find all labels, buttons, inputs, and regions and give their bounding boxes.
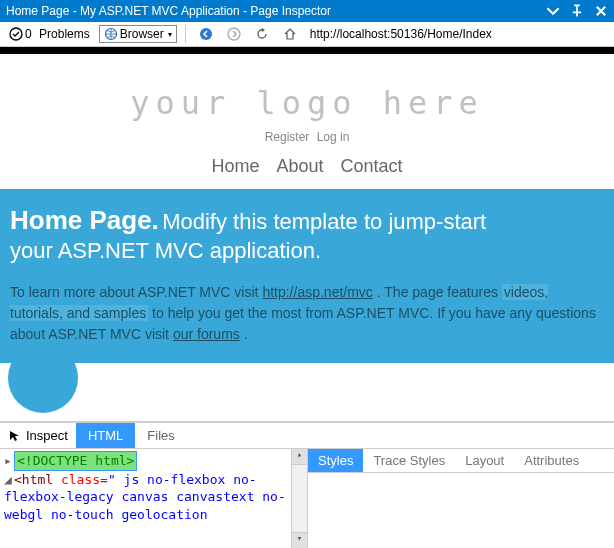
class-attr: class= <box>53 472 108 487</box>
svg-point-2 <box>200 28 212 40</box>
window-dropdown-icon[interactable] <box>546 4 560 18</box>
tab-styles[interactable]: Styles <box>308 449 363 472</box>
mvc-link[interactable]: http://asp.net/mvc <box>262 284 373 300</box>
nav-forward-button[interactable] <box>222 25 246 43</box>
doctype-node[interactable]: <!DOCTYPE html> <box>14 451 137 471</box>
inspector-panel: Inspect HTML Files ▸<!DOCTYPE html> ◢<ht… <box>0 421 614 548</box>
tab-layout[interactable]: Layout <box>455 449 514 472</box>
toolbar: 0 Problems Browser ▾ http://localhost:50… <box>0 22 614 47</box>
desc-text: . <box>240 326 248 342</box>
browser-viewport: your logo here Register Log in Home Abou… <box>0 47 614 421</box>
problems-label: Problems <box>39 27 90 41</box>
hero-title: Home Page. <box>10 205 159 235</box>
panel-tabs: Inspect HTML Files <box>0 423 614 449</box>
main-nav: Home About Contact <box>0 156 614 177</box>
expand-icon[interactable]: ▸ <box>4 452 14 470</box>
register-link[interactable]: Register <box>265 130 310 144</box>
desc-text: To learn more about ASP.NET MVC visit <box>10 284 262 300</box>
tab-html[interactable]: HTML <box>76 423 135 448</box>
inspect-label: Inspect <box>26 428 68 443</box>
toolbar-separator <box>185 25 186 43</box>
check-icon <box>9 27 23 41</box>
right-tabs: Styles Trace Styles Layout Attributes <box>308 449 614 473</box>
forward-icon <box>227 27 241 41</box>
globe-icon <box>104 27 118 41</box>
browser-mode-label: Browser <box>120 27 164 41</box>
dropdown-icon: ▾ <box>168 30 172 39</box>
hero-subtitle: Modify this template to jump-start <box>162 209 486 234</box>
inspect-button[interactable]: Inspect <box>0 423 76 448</box>
browser-mode-button[interactable]: Browser ▾ <box>99 25 177 43</box>
nav-back-button[interactable] <box>194 25 218 43</box>
window-pin-icon[interactable] <box>570 4 584 18</box>
hero-description: To learn more about ASP.NET MVC visit ht… <box>10 282 604 345</box>
tab-files[interactable]: Files <box>135 423 186 448</box>
window-titlebar: Home Page - My ASP.NET MVC Application -… <box>0 0 614 22</box>
svg-point-3 <box>228 28 240 40</box>
cursor-icon <box>8 429 22 443</box>
html-source-pane[interactable]: ▸<!DOCTYPE html> ◢<html class=" js no-fl… <box>0 449 307 548</box>
html-tag[interactable]: <html <box>14 472 53 487</box>
home-icon <box>283 27 297 41</box>
desc-text: . The page features <box>373 284 502 300</box>
nav-home-button[interactable] <box>278 25 302 43</box>
forums-link[interactable]: our forums <box>173 326 240 342</box>
problems-count: 0 <box>25 27 32 41</box>
window-title: Home Page - My ASP.NET MVC Application -… <box>6 4 546 18</box>
tab-attributes[interactable]: Attributes <box>514 449 589 472</box>
nav-contact[interactable]: Contact <box>341 156 403 176</box>
logo-placeholder: your logo here <box>0 84 614 122</box>
nav-refresh-button[interactable] <box>250 25 274 43</box>
code-scrollbar[interactable]: ▴ ▾ <box>291 449 307 548</box>
panel-body: ▸<!DOCTYPE html> ◢<html class=" js no-fl… <box>0 449 614 548</box>
tab-trace-styles[interactable]: Trace Styles <box>363 449 455 472</box>
decorative-circle <box>8 343 78 413</box>
window-close-icon[interactable] <box>594 4 608 18</box>
problems-button[interactable]: 0 Problems <box>4 25 95 43</box>
back-icon <box>199 27 213 41</box>
refresh-icon <box>255 27 269 41</box>
address-bar[interactable]: http://localhost:50136/Home/Index <box>310 27 610 41</box>
hero-subtitle-2: your ASP.NET MVC application. <box>10 238 604 264</box>
auth-links: Register Log in <box>0 130 614 144</box>
login-link[interactable]: Log in <box>317 130 350 144</box>
nav-about[interactable]: About <box>276 156 323 176</box>
svg-point-0 <box>10 28 22 40</box>
hero-banner: Home Page. Modify this template to jump-… <box>0 189 614 363</box>
scroll-up-icon[interactable]: ▴ <box>292 449 307 465</box>
expand-icon[interactable]: ◢ <box>4 471 14 489</box>
page-header-bar <box>0 47 614 54</box>
styles-pane: Styles Trace Styles Layout Attributes <box>307 449 614 548</box>
nav-home[interactable]: Home <box>211 156 259 176</box>
scroll-down-icon[interactable]: ▾ <box>292 532 307 548</box>
